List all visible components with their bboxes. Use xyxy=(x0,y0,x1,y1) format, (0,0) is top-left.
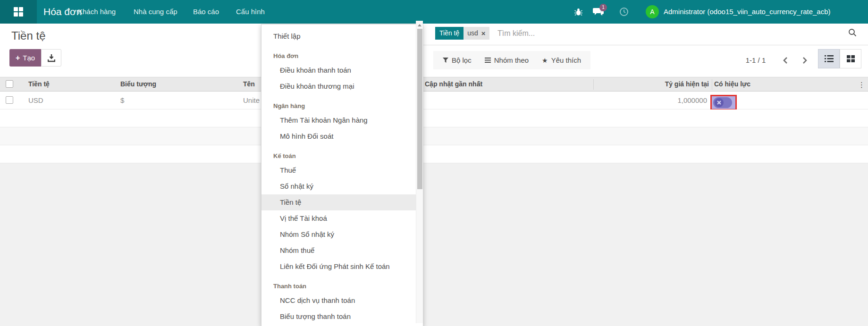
col-header-symbol[interactable]: Biểu tượng xyxy=(120,77,156,91)
dropdown-scrollbar[interactable] xyxy=(416,21,423,323)
menu-item-payment-icons[interactable]: Biểu tượng thanh toán xyxy=(261,309,416,325)
empty-row xyxy=(0,109,868,127)
create-button[interactable]: +Tạo xyxy=(9,49,41,67)
select-all-checkbox[interactable] xyxy=(6,80,13,88)
star-icon: ★ xyxy=(542,57,548,64)
toggle-knob-x-icon xyxy=(715,98,724,107)
menu-item-fiscal-positions[interactable]: Vị thế Tài khoá xyxy=(261,210,416,226)
currency-list-view: Tiền tệ Biểu tượng Tên Cập nhật gần nhất… xyxy=(0,77,868,326)
menu-customers[interactable]: Khách hàng xyxy=(78,0,116,24)
pager-range: 1-1 / 1 xyxy=(739,51,772,69)
debug-bug-icon[interactable] xyxy=(574,0,583,24)
menu-section-accounting: Kế toán xyxy=(261,148,423,162)
optional-columns-icon[interactable]: ⋮ xyxy=(858,77,865,92)
page-title: Tiền tệ xyxy=(11,29,45,42)
menu-item-reconciliation-models[interactable]: Mô hình Đối soát xyxy=(261,128,416,144)
configuration-dropdown-menu: Thiết lập Hóa đơn Điều khoản thanh toán … xyxy=(261,24,423,326)
export-download-button[interactable] xyxy=(41,49,61,67)
col-header-last-update[interactable]: Cập nhật gần nhất xyxy=(425,77,482,91)
view-switcher-kanban[interactable] xyxy=(840,49,861,68)
table-row-usd[interactable]: USD $ Unite 1,000000 xyxy=(0,92,868,109)
scrollbar-up-arrow-icon[interactable] xyxy=(418,24,421,26)
view-switcher-list-active[interactable] xyxy=(818,49,840,68)
favorites-button[interactable]: ★ Yêu thích xyxy=(535,51,588,69)
messages-badge: 1 xyxy=(599,4,607,11)
menu-section-invoicing: Hóa đơn xyxy=(261,48,423,62)
control-panel: Tiền tệ Tiền tệ usd × +Tạo Bộ lọc xyxy=(0,24,868,77)
download-icon xyxy=(48,54,55,62)
col-header-name[interactable]: Tên xyxy=(243,77,255,91)
menu-item-journal-groups[interactable]: Nhóm Sổ nhật ký xyxy=(261,226,416,242)
app-brand[interactable]: Hóa đơn xyxy=(43,0,82,24)
kanban-view-icon xyxy=(847,55,855,62)
menu-item-taxes[interactable]: Thuế xyxy=(261,162,416,178)
cell-symbol: $ xyxy=(120,92,124,109)
menu-reports[interactable]: Báo cáo xyxy=(193,0,219,24)
list-view-icon xyxy=(825,55,834,62)
empty-row xyxy=(0,145,868,163)
menu-item-currencies-active[interactable]: Tiền tệ xyxy=(261,194,416,210)
search-icon[interactable] xyxy=(848,28,857,39)
cell-currency: USD xyxy=(28,92,43,109)
pager-previous-button[interactable] xyxy=(777,51,793,69)
active-toggle-highlight xyxy=(710,95,737,110)
facet-value: usd × xyxy=(463,27,489,40)
scrollbar-thumb[interactable] xyxy=(417,29,422,189)
cell-name: Unite xyxy=(243,92,260,109)
empty-row xyxy=(0,127,868,145)
top-navbar: Hóa đơn Khách hàng Nhà cung cấp Báo cáo … xyxy=(0,0,868,24)
apps-grid-icon xyxy=(14,7,23,17)
menu-vendors[interactable]: Nhà cung cấp xyxy=(134,0,177,24)
menu-item-add-bank-account[interactable]: Thêm Tài khoản Ngân hàng xyxy=(261,112,416,128)
search-facet: Tiền tệ usd × xyxy=(435,27,489,40)
menu-section-bank: Ngân hàng xyxy=(261,98,423,112)
plus-icon: + xyxy=(16,54,20,62)
column-divider xyxy=(712,79,712,90)
filters-button[interactable]: Bộ lọc xyxy=(436,51,478,69)
pager-next-button[interactable] xyxy=(797,51,813,69)
menu-item-incoterms[interactable]: Điều khoản thương mại xyxy=(261,78,416,94)
row-checkbox[interactable] xyxy=(6,96,13,104)
activities-clock-icon[interactable] xyxy=(619,0,629,24)
cell-current-rate: 1,000000 xyxy=(614,92,707,109)
apps-menu-button[interactable] xyxy=(0,0,37,24)
user-menu[interactable]: Administrator (odoo15_viin_auto_currency… xyxy=(664,0,831,24)
facet-value-text: usd xyxy=(467,27,478,40)
menu-section-payments: Thanh toán xyxy=(261,278,423,293)
col-header-active[interactable]: Có hiệu lực xyxy=(714,77,750,91)
active-toggle[interactable] xyxy=(713,97,732,108)
facet-label: Tiền tệ xyxy=(435,27,463,40)
menu-item-payment-providers[interactable]: NCC dịch vụ thanh toán xyxy=(261,293,416,309)
search-underline xyxy=(368,45,868,45)
messages-icon[interactable]: 1 xyxy=(593,0,604,24)
filter-icon xyxy=(443,58,448,63)
menu-item-journals[interactable]: Sổ nhật ký xyxy=(261,178,416,194)
facet-remove-icon[interactable]: × xyxy=(481,27,486,40)
group-by-button[interactable]: Nhóm theo xyxy=(478,51,535,69)
user-avatar[interactable]: A xyxy=(646,5,659,18)
menu-item-counterpart-links[interactable]: Liên kết Đối ứng Phát sinh Kế toán xyxy=(261,259,416,275)
table-header-row: Tiền tệ Biểu tượng Tên Cập nhật gần nhất… xyxy=(0,77,868,92)
column-divider xyxy=(593,79,594,90)
col-header-current-rate[interactable]: Tỷ giá hiện tại xyxy=(614,77,709,91)
menu-item-tax-groups[interactable]: Nhóm thuế xyxy=(261,242,416,259)
menu-item-payment-terms[interactable]: Điều khoản thanh toán xyxy=(261,62,416,78)
menu-configuration[interactable]: Cấu hình xyxy=(236,0,265,24)
group-by-icon xyxy=(485,58,491,63)
menu-item-settings[interactable]: Thiết lập xyxy=(261,28,416,44)
search-options-bar: Bộ lọc Nhóm theo ★ Yêu thích xyxy=(433,51,590,69)
col-header-currency[interactable]: Tiền tệ xyxy=(28,77,50,91)
search-input[interactable] xyxy=(497,27,696,40)
